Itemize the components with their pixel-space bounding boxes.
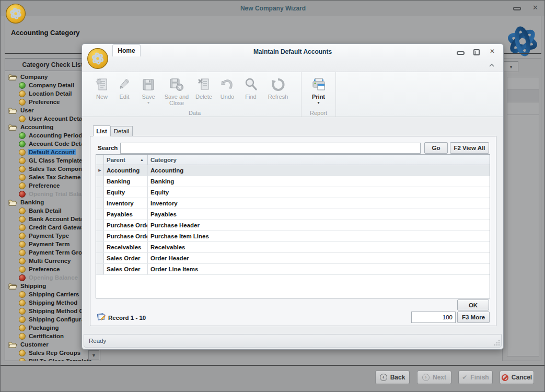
table-row[interactable]: Sales OrderOrder Header bbox=[96, 253, 490, 264]
record-book-icon bbox=[97, 313, 106, 321]
status-amber-icon bbox=[19, 258, 26, 264]
cell-parent[interactable]: Equity bbox=[104, 187, 148, 198]
cell-category[interactable]: Purchase Item Lines bbox=[148, 231, 490, 241]
view-all-button[interactable]: F2 View All bbox=[450, 142, 489, 154]
sidebar-item-label: Location Detail bbox=[28, 90, 73, 97]
row-indicator bbox=[96, 242, 104, 252]
cell-parent[interactable]: Accounting bbox=[104, 165, 148, 176]
cell-category[interactable]: Purchase Header bbox=[148, 220, 490, 230]
combo-dropdown-icon[interactable]: ▾ bbox=[504, 61, 518, 72]
tab-home[interactable]: Home bbox=[112, 44, 141, 56]
page-size-input[interactable] bbox=[411, 312, 456, 323]
table-row[interactable]: Purchase OrderPurchase Header bbox=[96, 220, 490, 231]
edit-button[interactable]: Edit bbox=[113, 74, 135, 111]
more-button[interactable]: F3 More bbox=[457, 312, 490, 323]
dialog-close-icon[interactable]: ✕ bbox=[490, 48, 495, 55]
cell-category[interactable]: Accounting bbox=[148, 165, 490, 176]
cancel-button[interactable]: Cancel bbox=[500, 371, 534, 384]
next-button[interactable]: › Next bbox=[417, 371, 451, 384]
table-row[interactable]: ▶AccountingAccounting bbox=[96, 165, 490, 176]
ok-button[interactable]: OK bbox=[457, 299, 489, 310]
sidebar-item-label: Preference bbox=[28, 182, 61, 189]
table-row[interactable]: Purchase OrderPurchase Item Lines bbox=[96, 231, 490, 242]
sidebar-item-label: Company bbox=[19, 74, 49, 80]
status-amber-icon bbox=[19, 116, 26, 122]
record-count-label: Record 1 - 10 bbox=[108, 315, 146, 321]
resize-grip[interactable] bbox=[494, 340, 500, 346]
cell-category[interactable]: Banking bbox=[148, 176, 490, 187]
new-button[interactable]: New bbox=[90, 74, 113, 111]
search-input[interactable] bbox=[120, 143, 421, 154]
dialog-titlebar: Maintain Default Accounts ✕ bbox=[82, 44, 503, 60]
table-row[interactable]: ReceivablesReceivables bbox=[96, 242, 490, 253]
print-button[interactable]: Print ▾ bbox=[304, 74, 333, 111]
table-row[interactable]: InventoryInventory bbox=[96, 198, 490, 209]
dialog-app-logo bbox=[86, 47, 109, 70]
cell-parent[interactable]: Inventory bbox=[104, 198, 148, 209]
status-amber-icon bbox=[19, 350, 26, 356]
save-button[interactable]: Save ▾ bbox=[135, 74, 161, 111]
sidebar-item[interactable]: Sales Rep Groups bbox=[5, 349, 100, 357]
ribbon-collapse-icon[interactable] bbox=[489, 63, 495, 67]
status-amber-icon bbox=[19, 99, 26, 106]
cell-parent[interactable]: Purchase Order bbox=[104, 231, 148, 241]
undo-button[interactable]: Undo bbox=[216, 74, 239, 111]
cell-category[interactable]: Order Header bbox=[148, 253, 490, 263]
sidebar-item-label: Payment Type bbox=[28, 233, 70, 239]
table-row[interactable]: PayablesPayables bbox=[96, 209, 490, 220]
cell-parent[interactable]: Purchase Order bbox=[104, 220, 148, 230]
delete-button-label: Delete bbox=[195, 94, 212, 100]
cell-category[interactable]: Equity bbox=[148, 187, 490, 198]
status-amber-icon bbox=[19, 241, 26, 248]
cell-parent[interactable]: Payables bbox=[104, 209, 148, 220]
new-document-icon bbox=[94, 76, 110, 94]
status-amber-icon bbox=[19, 90, 26, 97]
cell-category[interactable]: Payables bbox=[148, 209, 490, 220]
cell-category[interactable]: Order Line Items bbox=[148, 264, 490, 274]
table-row[interactable]: EquityEquity bbox=[96, 187, 490, 198]
delete-document-icon bbox=[196, 76, 212, 94]
finish-button[interactable]: ✔ Finish bbox=[458, 371, 493, 384]
column-header-parent[interactable]: Parent ▲ bbox=[104, 155, 148, 165]
tab-detail[interactable]: Detail bbox=[110, 126, 133, 136]
column-header-parent-label: Parent bbox=[107, 157, 125, 163]
dialog-maximize-icon[interactable] bbox=[473, 49, 480, 55]
printer-icon bbox=[310, 76, 327, 94]
background-grid-row bbox=[507, 90, 539, 102]
sidebar-item-label: Customer bbox=[19, 341, 50, 348]
edit-pencil-icon bbox=[117, 76, 132, 94]
status-amber-icon bbox=[19, 325, 26, 331]
tab-list[interactable]: List bbox=[93, 125, 110, 136]
status-amber-icon bbox=[19, 166, 26, 172]
undo-button-label: Undo bbox=[221, 94, 234, 100]
cell-category[interactable]: Receivables bbox=[148, 242, 490, 252]
close-icon[interactable]: ✕ bbox=[532, 4, 538, 11]
refresh-arrow-icon bbox=[270, 76, 286, 94]
table-row[interactable]: Sales OrderOrder Line Items bbox=[96, 264, 490, 275]
dialog-minimize-icon[interactable] bbox=[457, 51, 465, 55]
back-button[interactable]: ‹ Back bbox=[375, 371, 410, 384]
cell-category[interactable]: Inventory bbox=[148, 198, 490, 209]
delete-button[interactable]: Delete bbox=[192, 74, 216, 111]
print-dropdown-icon: ▾ bbox=[317, 100, 319, 105]
minimize-icon[interactable] bbox=[513, 7, 521, 10]
sidebar-item-label: Bill To Class Template bbox=[28, 358, 93, 361]
background-grid-row bbox=[507, 77, 539, 90]
scrollbar-down-icon[interactable]: ▼ bbox=[88, 350, 99, 360]
sidebar-item-label: Opening Balance bbox=[28, 274, 79, 281]
cell-parent[interactable]: Receivables bbox=[104, 242, 148, 252]
table-row[interactable]: BankingBanking bbox=[96, 176, 490, 187]
ribbon-group-report: Print ▾ Report bbox=[302, 72, 336, 117]
cell-parent[interactable]: Banking bbox=[104, 176, 148, 187]
cell-parent[interactable]: Sales Order bbox=[104, 253, 148, 263]
save-and-close-button[interactable]: Save and Close bbox=[161, 74, 192, 111]
column-header-category[interactable]: Category bbox=[148, 155, 490, 165]
find-button[interactable]: Find bbox=[239, 74, 263, 111]
go-button[interactable]: Go bbox=[424, 142, 448, 154]
sidebar-item[interactable]: Bill To Class Template bbox=[5, 357, 100, 361]
refresh-button-label: Refresh bbox=[268, 94, 288, 100]
cell-parent[interactable]: Sales Order bbox=[104, 264, 148, 274]
refresh-button[interactable]: Refresh bbox=[263, 74, 293, 111]
next-button-label: Next bbox=[433, 374, 446, 381]
sidebar-item-label: Certification bbox=[28, 333, 65, 339]
